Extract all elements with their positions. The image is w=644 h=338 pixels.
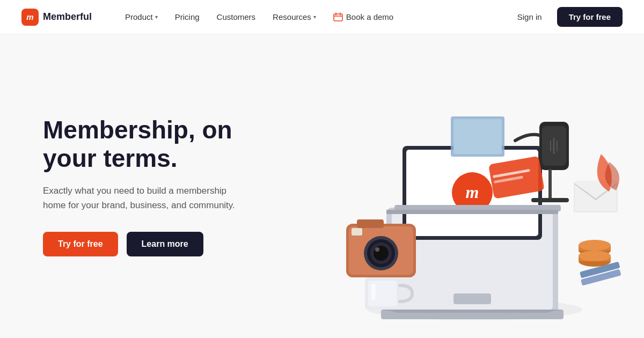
logo-text: Memberful <box>43 11 92 23</box>
svg-rect-0 <box>334 14 342 21</box>
hero-image: m <box>317 47 628 326</box>
sign-in-link[interactable]: Sign in <box>511 8 548 26</box>
hero-section: Membership, on your terms. Exactly what … <box>0 34 644 338</box>
nav-item-resources[interactable]: Resources ▾ <box>265 8 324 26</box>
svg-point-40 <box>579 240 611 251</box>
svg-rect-32 <box>453 119 502 154</box>
calendar-icon <box>333 12 343 22</box>
hero-illustration: m <box>301 34 644 338</box>
nav-item-pricing[interactable]: Pricing <box>167 8 207 26</box>
nav-right: Sign in Try for free <box>511 7 623 27</box>
svg-rect-12 <box>386 210 558 214</box>
logo-letter: m <box>26 12 33 21</box>
book-demo-link[interactable]: Book a demo <box>326 8 401 26</box>
logo-link[interactable]: m Memberful <box>21 9 92 26</box>
svg-point-21 <box>375 247 379 252</box>
chevron-down-icon: ▾ <box>313 14 316 20</box>
hero-buttons: Try for free Learn more <box>43 232 279 256</box>
nav-item-product[interactable]: Product ▾ <box>118 8 165 26</box>
svg-text:m: m <box>466 182 479 202</box>
svg-rect-29 <box>548 169 552 201</box>
svg-rect-23 <box>352 228 362 236</box>
nav-links: Product ▾ Pricing Customers Resources ▾ … <box>118 8 511 26</box>
svg-rect-14 <box>453 293 491 304</box>
hero-text-block: Membership, on your terms. Exactly what … <box>43 116 301 256</box>
svg-rect-48 <box>371 284 376 300</box>
svg-point-43 <box>579 251 611 261</box>
logo-icon: m <box>21 9 39 26</box>
svg-rect-30 <box>531 198 569 202</box>
hero-try-free-button[interactable]: Try for free <box>43 232 118 256</box>
navbar: m Memberful Product ▾ Pricing Customers … <box>0 0 644 34</box>
hero-title: Membership, on your terms. <box>43 116 279 173</box>
svg-rect-22 <box>357 219 384 228</box>
nav-item-customers[interactable]: Customers <box>209 8 264 26</box>
hero-learn-more-button[interactable]: Learn more <box>127 232 203 256</box>
hero-subtitle: Exactly what you need to build a members… <box>43 183 247 212</box>
try-free-button[interactable]: Try for free <box>557 7 623 27</box>
chevron-down-icon: ▾ <box>155 14 158 20</box>
